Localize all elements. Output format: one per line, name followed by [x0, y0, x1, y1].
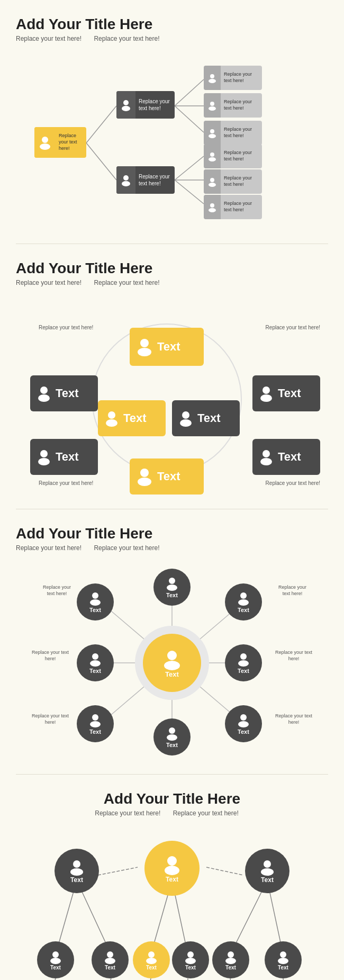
svg-point-21 — [209, 157, 216, 161]
section-3-title: Add Your Title Here — [16, 525, 328, 542]
svg-point-55 — [167, 585, 177, 591]
svg-point-15 — [209, 79, 216, 83]
svg-point-98 — [280, 951, 286, 958]
svg-point-18 — [210, 129, 214, 133]
svg-point-87 — [261, 868, 274, 876]
section-2: Add Your Title Here Replace your text he… — [0, 244, 344, 509]
svg-point-35 — [260, 394, 272, 402]
section-2-subtitle: Replace your text here! Replace your tex… — [16, 279, 328, 286]
svg-line-4 — [175, 106, 204, 132]
section-1: Add Your Title Here Replace your text he… — [0, 0, 344, 244]
person-icon-grid-cr — [177, 410, 194, 427]
svg-point-66 — [240, 714, 247, 721]
svg-point-12 — [123, 175, 129, 181]
bubble-m4-label: Text — [185, 965, 196, 970]
svg-line-5 — [175, 156, 204, 180]
person-icon-bm4 — [183, 950, 198, 965]
radial-tl: Text — [77, 583, 114, 621]
svg-line-7 — [175, 180, 204, 204]
person-icon-r5 — [207, 176, 218, 187]
radial-tc-label: Text — [166, 592, 178, 598]
svg-point-23 — [209, 183, 216, 187]
grid-label-tr: Replace your text here! — [266, 325, 320, 330]
radial-br-sublabel: Replace your text here! — [273, 713, 315, 725]
svg-point-89 — [50, 958, 61, 964]
svg-point-28 — [40, 386, 48, 394]
svg-point-53 — [90, 599, 101, 606]
person-icon-rmr — [236, 652, 251, 667]
section-1-subtitle: Replace your text here! Replace your tex… — [16, 35, 328, 42]
bubble-top-right: Text — [245, 849, 289, 893]
svg-point-25 — [209, 208, 216, 212]
person-icon-l1t — [120, 98, 132, 111]
radial-ml-label: Text — [89, 668, 101, 674]
bubble-m6: Text — [265, 941, 302, 978]
person-icon-bm6 — [276, 950, 291, 965]
person-icon-grid-cl — [103, 410, 120, 427]
person-icon-r6 — [207, 202, 218, 212]
person-icon-bm3 — [144, 950, 159, 965]
person-icon-grid-bc — [135, 467, 154, 486]
bubble-m4: Text — [172, 941, 209, 978]
svg-point-10 — [123, 100, 129, 105]
svg-point-93 — [146, 958, 157, 964]
svg-point-24 — [210, 203, 214, 208]
svg-point-50 — [167, 651, 177, 660]
svg-point-38 — [140, 469, 149, 477]
svg-point-11 — [122, 106, 130, 111]
bubble-m1: Text — [37, 941, 74, 978]
radial-mr: Text — [225, 644, 262, 681]
radial-center-node: Text — [135, 626, 209, 700]
radial-bl: Text — [77, 705, 114, 742]
grid-label-bl: Replace your text here! — [39, 480, 93, 486]
svg-point-60 — [240, 653, 247, 660]
radial-mr-label: Text — [238, 668, 249, 674]
radial-tl-sublabel: Replace your text here! — [40, 585, 74, 597]
org-r6: Replace your text here! — [204, 195, 262, 219]
svg-point-33 — [180, 419, 192, 427]
grid-bottom-left: Text — [30, 439, 98, 475]
svg-point-95 — [185, 958, 196, 964]
org-r2: Replace your text here! — [204, 93, 262, 118]
svg-point-99 — [278, 958, 288, 964]
bubble-m5-label: Text — [225, 965, 236, 970]
svg-point-14 — [210, 74, 214, 78]
svg-point-61 — [238, 660, 249, 667]
svg-point-96 — [228, 951, 234, 958]
svg-point-54 — [169, 578, 175, 584]
bubble-m5: Text — [212, 941, 249, 978]
svg-point-64 — [169, 727, 175, 734]
svg-point-91 — [105, 958, 115, 964]
radial-mr-sublabel: Replace your text here! — [273, 650, 315, 662]
radial-ml: Text — [77, 644, 114, 681]
svg-point-63 — [90, 721, 101, 727]
grid-bottom-right-label: Text — [278, 450, 301, 464]
svg-point-19 — [209, 134, 216, 138]
section-3: Add Your Title Here Replace your text he… — [0, 509, 344, 774]
svg-point-34 — [262, 386, 270, 394]
svg-point-9 — [40, 143, 50, 150]
person-icon-btc — [161, 853, 183, 876]
svg-point-20 — [210, 152, 214, 157]
svg-point-40 — [262, 450, 270, 457]
person-icon-rbc — [165, 726, 179, 741]
person-icon-bm1 — [48, 950, 63, 965]
bubble-chart: Text Text Text Text — [19, 828, 325, 980]
section-4: Add Your Title Here Replace your text he… — [0, 775, 344, 980]
grid-center-right: Text — [172, 400, 240, 436]
radial-br: Text — [225, 705, 262, 742]
svg-point-82 — [73, 860, 80, 868]
person-icon-btl — [68, 858, 86, 876]
bubble-m3-label: Text — [146, 965, 157, 970]
svg-line-74 — [98, 867, 138, 875]
org-l1-top: Replace your text here! — [116, 91, 175, 119]
svg-point-39 — [138, 478, 151, 486]
svg-point-65 — [167, 734, 177, 741]
person-icon-r3 — [207, 128, 218, 138]
svg-point-58 — [92, 653, 98, 660]
grid-center-left-label: Text — [123, 411, 147, 425]
grid-bottom-center: Text — [130, 458, 204, 495]
svg-point-85 — [165, 866, 179, 875]
svg-point-88 — [52, 951, 59, 958]
person-icon-rml — [88, 652, 103, 667]
